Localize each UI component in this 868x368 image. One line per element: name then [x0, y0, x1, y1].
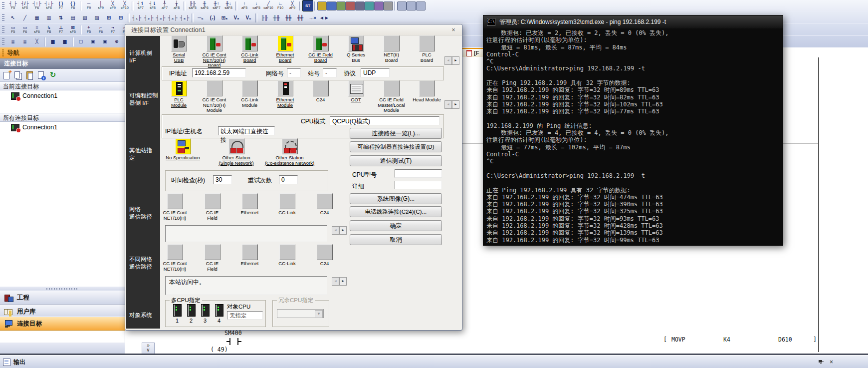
cancel-button[interactable]: 取消 [350, 234, 442, 245]
ip-host-input[interactable]: 以太网端口直接连接 [218, 126, 275, 135]
ladder-contact-symbol[interactable] [229, 338, 238, 345]
toolbar-button[interactable]: ╳cF10 [119, 0, 131, 11]
connection-item-current[interactable]: Connection1 [0, 91, 125, 101]
toolbar-button[interactable]: ╫saF6 [199, 0, 211, 11]
toolbar-button[interactable]: │sF9 [95, 0, 107, 11]
panel-splitter[interactable] [0, 287, 125, 291]
new-icon[interactable] [3, 71, 11, 79]
toolbar-button[interactable]: ∟F10 [274, 0, 286, 11]
toolbar-button[interactable]: ┤↿sF7 [135, 0, 147, 11]
toolbar-button[interactable] [314, 1, 316, 11]
toolbar-button[interactable]: ╉╉ [294, 12, 306, 23]
connection-item-all[interactable]: Connection1 [0, 122, 125, 132]
toolbar-button[interactable]: ╀aF7 [159, 0, 171, 11]
toolbar-button[interactable]: ◄► [318, 12, 330, 23]
info-icon[interactable] [37, 71, 45, 79]
cmd-title-bar[interactable]: C:\ 管理员: C:\Windows\system32\cmd.exe - p… [483, 15, 783, 28]
toolbar-button[interactable] [299, 1, 301, 11]
toolbar-button[interactable]: ≣ [19, 36, 31, 47]
toolbar-button[interactable]: ⊞₈ [218, 12, 230, 23]
document-tab[interactable]: [F [462, 48, 483, 57]
toolbar-button[interactable]: ¬F7 [107, 24, 119, 35]
station-no-input[interactable]: - [323, 68, 337, 77]
ip-input[interactable]: 192.168.2.59 [192, 68, 246, 77]
close-icon[interactable]: × [830, 359, 833, 365]
toolbar-button[interactable] [365, 1, 374, 10]
plc-interface-option[interactable]: GOT [338, 80, 374, 113]
network-no-input[interactable]: - [287, 68, 301, 77]
toolbar-button[interactable]: ┤ ├F5 [7, 0, 19, 11]
network-route-option[interactable]: CC IE Cont NET/10(H) [156, 193, 194, 221]
toolbar-button[interactable]: V₀ [242, 12, 254, 23]
toolbar-button[interactable]: ▦ [31, 12, 43, 23]
pin-icon[interactable] [819, 360, 824, 365]
phone-line-connection-button[interactable]: 电话线路连接(C24)(C)... [350, 206, 442, 217]
plc-interface-option[interactable]: CC IE Cont NET/10(H) Module [197, 80, 232, 113]
target-cpu-value[interactable]: 无指定 [227, 311, 263, 320]
toolbar-button[interactable] [394, 1, 396, 11]
direct-connection-settings-button[interactable]: 可编程控制器直接连接设置(D) [350, 141, 442, 152]
toolbar-button[interactable]: +F5 [83, 24, 95, 35]
toolbar-button[interactable]: { }F8 [67, 0, 79, 11]
cpu-mode-value[interactable]: QCPU(Q模式) [330, 116, 439, 125]
cpu-option[interactable]: 3 [198, 304, 212, 324]
toolbar-button[interactable]: ▢ [75, 36, 87, 47]
toolbar-button[interactable]: ⊥F7 [55, 24, 67, 35]
toolbar-button[interactable]: ┤↓├sF6 [43, 0, 55, 11]
toolbar-button[interactable] [255, 13, 257, 23]
toolbar-button[interactable] [184, 1, 186, 11]
toolbar-button[interactable]: ╳ [31, 36, 43, 47]
toolbar-button[interactable] [374, 1, 384, 10]
toolbar-button[interactable]: ┤₅├ [179, 12, 191, 23]
toolbar-button[interactable]: ╳aF9 [286, 0, 298, 11]
toolbar-button[interactable] [346, 1, 355, 10]
different-network-route-option[interactable]: Ethernet [231, 244, 268, 272]
toolbar-button[interactable]: ╱ [19, 12, 31, 23]
network-route-listbox[interactable] [165, 225, 327, 242]
toolbar-button[interactable]: ┤₁├ [131, 12, 143, 23]
toolbar-button[interactable] [132, 1, 134, 11]
toolbar-button[interactable]: ╫↓saF8 [222, 0, 234, 11]
different-network-route-option[interactable]: CC IE Cont NET/10(H) [156, 244, 194, 272]
toolbar-button[interactable]: ▆ [47, 36, 59, 47]
toolbar-button[interactable] [416, 1, 426, 10]
toolbar-button[interactable]: ╁aF8 [171, 0, 183, 11]
plc-interface-option[interactable]: C24 [303, 80, 338, 113]
different-network-route-option[interactable]: CC IE Field [194, 244, 231, 272]
scroll-right-icon[interactable] [339, 226, 347, 235]
toolbar-button[interactable]: ┤₂├ [143, 12, 155, 23]
toolbar-button[interactable]: ╳cF9 [107, 0, 119, 11]
toolbar-button[interactable]: ╟╟ [258, 12, 270, 23]
toolbar-button[interactable]: ▥ [43, 12, 55, 23]
toolbar-button[interactable]: ┤₃├ [155, 12, 167, 23]
plc-interface-option[interactable]: PLC Module [161, 80, 197, 113]
plc-interface-option[interactable]: Head Module [409, 80, 444, 113]
toolbar-button[interactable]: ─F9 [83, 0, 95, 11]
refresh-icon[interactable]: ↻ [49, 71, 57, 79]
communication-test-button[interactable]: 通信测试(T) [350, 155, 442, 166]
other-station-option[interactable]: No Specification [156, 138, 210, 166]
toolbar-button[interactable] [80, 25, 82, 35]
protocol-select[interactable]: UDP [361, 68, 390, 77]
toolbar-button[interactable] [72, 37, 74, 47]
pc-interface-option[interactable]: CC IE Field Board [303, 35, 338, 68]
toolbar-button[interactable]: ┤/├sF5 [19, 0, 31, 11]
copy-icon[interactable] [14, 71, 22, 79]
cpu-option[interactable]: 2 [184, 304, 198, 324]
toolbar-button[interactable]: ▧ [79, 12, 91, 23]
toolbar-button[interactable]: ┤↑├F6 [31, 0, 43, 11]
cpu-option[interactable]: 1 [170, 304, 184, 324]
toolbar-button[interactable]: ⊕ [111, 36, 123, 47]
other-station-option[interactable]: Other Station (Co-existence Network) [263, 138, 316, 166]
toolbar-button[interactable]: ↖ [7, 12, 19, 23]
toolbar-button[interactable] [327, 1, 336, 10]
different-network-route-option[interactable]: CC-Link [268, 244, 306, 272]
scroll-right-icon[interactable] [452, 100, 459, 109]
retry-input[interactable]: 0 [279, 175, 298, 184]
cpu-option[interactable]: 4 [212, 304, 226, 324]
toolbar-button[interactable] [80, 1, 82, 11]
network-route-option[interactable]: C24 [306, 193, 343, 221]
toolbar-button[interactable] [44, 37, 46, 47]
toolbar-button[interactable]: ↳F8 [43, 24, 55, 35]
toolbar-button[interactable] [128, 13, 130, 23]
